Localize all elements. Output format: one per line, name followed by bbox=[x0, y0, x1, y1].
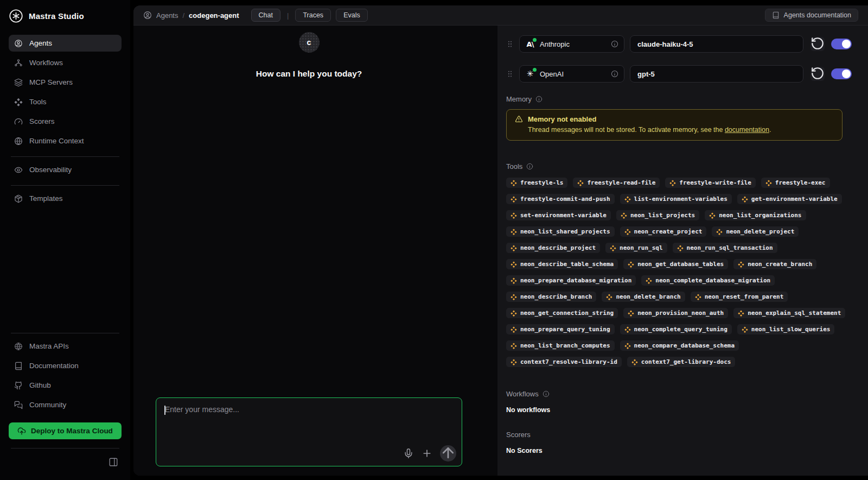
tool-badge[interactable]: neon_provision_neon_auth bbox=[623, 308, 728, 318]
mic-button[interactable] bbox=[403, 448, 414, 459]
tab-button[interactable]: Traces bbox=[295, 9, 331, 22]
tool-badge[interactable]: neon_reset_from_parent bbox=[691, 292, 788, 302]
model-enabled-toggle[interactable] bbox=[831, 39, 852, 49]
sidebar-nav-item[interactable]: Scorers bbox=[9, 113, 122, 130]
toggle-knob bbox=[842, 40, 851, 48]
tool-badge[interactable]: freestyle-write-file bbox=[665, 178, 755, 188]
sidebar-divider bbox=[11, 333, 119, 333]
tool-badge[interactable]: neon_describe_branch bbox=[506, 292, 596, 302]
deploy-to-mastra-cloud-button[interactable]: Deploy to Mastra Cloud bbox=[9, 422, 122, 439]
provider-status-dot bbox=[533, 38, 537, 42]
tool-badge[interactable]: neon_delete_project bbox=[712, 226, 799, 237]
tool-badge[interactable]: list-environment-variables bbox=[620, 194, 732, 204]
send-button[interactable] bbox=[440, 445, 456, 462]
tool-badge[interactable]: neon_get_connection_string bbox=[506, 308, 618, 318]
sidebar-nav-item[interactable]: Workflows bbox=[9, 54, 122, 71]
templates-icon bbox=[14, 194, 23, 203]
tool-badge[interactable]: set-environment-variable bbox=[506, 210, 611, 220]
attach-button[interactable] bbox=[422, 448, 432, 459]
info-icon[interactable] bbox=[611, 40, 618, 48]
tool-badge[interactable]: neon_list_slow_queries bbox=[737, 324, 835, 334]
breadcrumb-section[interactable]: Agents bbox=[156, 11, 178, 20]
message-input-container bbox=[156, 397, 462, 466]
tool-diamond-icon bbox=[738, 261, 744, 268]
sidebar-divider bbox=[11, 156, 119, 157]
provider-select[interactable]: ✳ OpenAI bbox=[519, 65, 624, 83]
tool-diamond-icon bbox=[510, 196, 517, 203]
tool-diamond-icon bbox=[742, 326, 748, 333]
sidebar-nav-item[interactable]: MCP Servers bbox=[9, 74, 122, 91]
tool-diamond-icon bbox=[695, 294, 701, 300]
tool-badge[interactable]: neon_list_organizations bbox=[705, 210, 806, 220]
model-input[interactable]: gpt-5 bbox=[630, 65, 803, 83]
tool-badge[interactable]: neon_create_project bbox=[620, 226, 707, 237]
tool-badges: freestyle-ls freestyle-read-file freesty… bbox=[506, 178, 852, 367]
tool-badge[interactable]: get-environment-variable bbox=[737, 194, 842, 204]
tool-badge[interactable]: neon_explain_sql_statement bbox=[733, 308, 845, 318]
tool-diamond-icon bbox=[510, 343, 517, 349]
tool-badge[interactable]: neon_prepare_database_migration bbox=[506, 275, 636, 286]
tool-badge[interactable]: neon_run_sql bbox=[605, 243, 667, 253]
tool-badge[interactable]: neon_get_database_tables bbox=[623, 259, 728, 269]
drag-handle-icon[interactable] bbox=[506, 68, 514, 79]
agent-avatar: c bbox=[299, 32, 320, 53]
tool-badge[interactable]: freestyle-ls bbox=[506, 178, 567, 188]
tool-badge[interactable]: freestyle-exec bbox=[761, 178, 830, 188]
message-input[interactable] bbox=[156, 398, 462, 440]
tool-badge-label: neon_complete_query_tuning bbox=[634, 326, 727, 333]
provider-logo: A\ bbox=[525, 39, 535, 49]
tool-badge[interactable]: neon_describe_project bbox=[506, 243, 600, 253]
reset-model-button[interactable] bbox=[810, 67, 825, 81]
tool-diamond-icon bbox=[510, 359, 517, 365]
drag-handle-icon[interactable] bbox=[506, 39, 514, 49]
model-enabled-toggle[interactable] bbox=[831, 68, 852, 79]
agents-documentation-button[interactable]: Agents documentation bbox=[765, 9, 858, 22]
tool-badge[interactable]: neon_list_projects bbox=[616, 210, 699, 220]
tool-badge[interactable]: neon_list_shared_projects bbox=[506, 226, 615, 237]
github-icon bbox=[14, 381, 23, 390]
text-caret bbox=[164, 406, 165, 415]
sidebar-nav-item[interactable]: Observability bbox=[9, 161, 122, 178]
tool-badge-label: freestyle-read-file bbox=[587, 179, 655, 186]
tool-badge-label: neon_prepare_query_tuning bbox=[520, 326, 610, 333]
info-icon[interactable] bbox=[535, 96, 542, 103]
sidebar-nav-item[interactable]: Documentation bbox=[9, 357, 122, 374]
provider-select[interactable]: A\ Anthropic bbox=[519, 35, 624, 53]
scorers-label: Scorers bbox=[506, 431, 531, 439]
info-icon[interactable] bbox=[611, 70, 618, 78]
tool-badge[interactable]: neon_delete_branch bbox=[602, 292, 685, 302]
sidebar-collapse-button[interactable] bbox=[108, 457, 118, 467]
info-icon[interactable] bbox=[542, 390, 550, 397]
info-icon[interactable] bbox=[526, 163, 533, 170]
sidebar-nav-item[interactable]: Github bbox=[9, 377, 122, 394]
tool-badge[interactable]: freestyle-commit-and-push bbox=[506, 194, 615, 204]
tool-badge[interactable]: neon_run_sql_transaction bbox=[673, 243, 777, 253]
scorers-empty-text: No Scorers bbox=[506, 447, 852, 454]
sidebar-nav-item[interactable]: Runtime Context bbox=[9, 132, 122, 149]
tool-badge[interactable]: context7_resolve-library-id bbox=[506, 357, 622, 367]
reset-model-button[interactable] bbox=[810, 37, 825, 51]
sidebar-nav-item[interactable]: Tools bbox=[9, 93, 122, 110]
documentation-link[interactable]: documentation bbox=[725, 126, 769, 134]
sidebar-nav-item[interactable]: Templates bbox=[9, 190, 122, 207]
model-input[interactable]: claude-haiku-4-5 bbox=[630, 35, 803, 53]
tool-badge[interactable]: neon_compare_database_schema bbox=[620, 340, 739, 351]
tool-badge[interactable]: context7_get-library-docs bbox=[627, 357, 736, 367]
tool-diamond-icon bbox=[510, 294, 517, 300]
mcp-servers-icon bbox=[14, 78, 23, 87]
tab-button[interactable]: Evals bbox=[336, 9, 368, 22]
tool-badge[interactable]: neon_create_branch bbox=[733, 259, 816, 269]
tool-badge[interactable]: neon_prepare_query_tuning bbox=[506, 324, 615, 334]
sidebar-nav-item[interactable]: Community bbox=[9, 396, 122, 413]
tab-button[interactable]: Chat bbox=[251, 9, 280, 22]
tool-badge[interactable]: neon_complete_database_migration bbox=[641, 275, 775, 286]
sidebar-nav-item[interactable]: Mastra APIs bbox=[9, 338, 122, 355]
tool-badge[interactable]: neon_complete_query_tuning bbox=[620, 324, 732, 334]
tool-badge[interactable]: freestyle-read-file bbox=[573, 178, 660, 188]
tool-badge[interactable]: neon_list_branch_computes bbox=[506, 340, 615, 351]
tool-badge-label: neon_provision_neon_auth bbox=[637, 310, 724, 317]
sidebar-item-label: Github bbox=[29, 381, 51, 389]
sidebar-nav-item[interactable]: Agents bbox=[9, 35, 122, 52]
memory-warning: Memory not enabled Thread messages will … bbox=[506, 109, 843, 141]
tool-badge[interactable]: neon_describe_table_schema bbox=[506, 259, 618, 269]
